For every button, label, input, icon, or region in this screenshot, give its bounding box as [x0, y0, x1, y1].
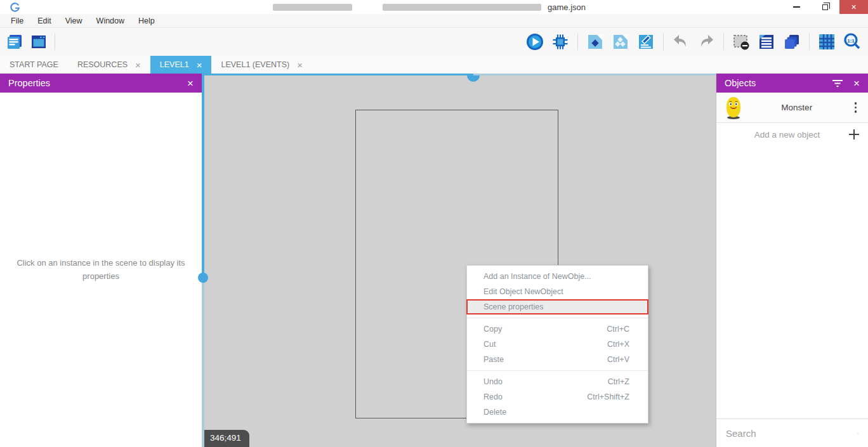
cursor-coordinates-badge: 346;491: [204, 430, 249, 447]
menu-item-shortcut: Ctrl+X: [607, 340, 629, 349]
project-manager-icon: [5, 32, 24, 51]
menu-item-label: Add an Instance of NewObje...: [483, 272, 591, 281]
render-mask-button[interactable]: [730, 31, 752, 53]
menu-view[interactable]: View: [58, 14, 89, 27]
close-icon[interactable]: ×: [187, 78, 194, 89]
context-menu-item-scene-properties[interactable]: Scene properties: [466, 299, 648, 314]
menu-edit[interactable]: Edit: [30, 14, 58, 27]
preview-play-button[interactable]: [524, 31, 546, 53]
toolbar-separator: [55, 34, 55, 50]
tab-level1[interactable]: LEVEL1 ×: [150, 56, 212, 74]
object-groups-editor-button[interactable]: [610, 31, 631, 53]
tab-start-page[interactable]: START PAGE: [0, 56, 68, 74]
menu-separator: [467, 370, 648, 371]
context-menu-item-delete[interactable]: Delete: [467, 405, 648, 420]
restore-icon: [822, 4, 828, 10]
objects-panel-header: Objects ×: [716, 74, 868, 93]
toolbar-separator: [577, 34, 578, 50]
minimize-button[interactable]: [782, 0, 811, 14]
canvas-top-divider-light: [473, 74, 716, 75]
toolbar: 1:1: [0, 28, 868, 56]
tab-label: LEVEL1 (EVENTS): [221, 60, 289, 69]
redo-button[interactable]: [695, 31, 717, 53]
instances-list-icon: [757, 32, 776, 51]
menu-item-label: Copy: [483, 325, 502, 334]
menu-item-shortcut: Ctrl+Z: [608, 377, 629, 386]
add-object-row[interactable]: Add a new object: [716, 123, 868, 146]
toolbar-separator: [809, 34, 810, 50]
menu-item-label: Scene properties: [483, 302, 544, 311]
context-menu-item-edit-object[interactable]: Edit Object NewObject: [467, 284, 648, 299]
layers-icon: [782, 32, 801, 51]
properties-empty-state: Click on an instance in the scene to dis…: [0, 93, 202, 447]
menu-item-label: Redo: [483, 392, 503, 401]
menu-file[interactable]: File: [4, 14, 30, 27]
toolbar-left-group: [0, 31, 58, 53]
monster-object-thumbnail: [724, 96, 743, 120]
add-object-label: Add a new object: [725, 130, 849, 139]
scene-properties-edit-button[interactable]: [635, 31, 657, 53]
canvas-resize-handle[interactable]: [467, 75, 480, 82]
grid-toggle-button[interactable]: [816, 31, 838, 53]
menu-item-label: Cut: [483, 340, 496, 349]
minimize-icon: [793, 6, 800, 8]
tab-close-icon[interactable]: ×: [135, 60, 141, 70]
layers-editor-button[interactable]: [781, 31, 803, 53]
undo-icon: [672, 33, 690, 51]
object-page-icon: [586, 32, 605, 51]
menu-item-shortcut: Ctrl+V: [607, 355, 629, 364]
menu-help[interactable]: Help: [131, 14, 162, 27]
context-menu-item-paste[interactable]: Paste Ctrl+V: [467, 352, 648, 367]
menu-window[interactable]: Window: [89, 14, 131, 27]
search-input[interactable]: [726, 428, 852, 439]
main-area: Properties × Click on an instance in the…: [0, 74, 868, 447]
tab-close-icon[interactable]: ×: [297, 60, 303, 70]
context-menu-item-add-instance[interactable]: Add an Instance of NewObje...: [467, 269, 648, 284]
canvas-top-divider[interactable]: [204, 74, 473, 75]
panel-resize-handle[interactable]: [198, 273, 208, 283]
menu-item-label: Undo: [483, 377, 503, 386]
window-title-filename: game.json: [548, 3, 586, 12]
tab-close-icon[interactable]: ×: [197, 60, 202, 70]
properties-panel: Properties × Click on an instance in the…: [0, 74, 202, 447]
context-menu-item-cut[interactable]: Cut Ctrl+X: [467, 337, 648, 352]
tab-label: RESOURCES: [77, 60, 128, 69]
undo-button[interactable]: [670, 31, 692, 53]
objects-editor-button[interactable]: [584, 31, 606, 53]
instances-list-button[interactable]: [756, 31, 777, 53]
close-button[interactable]: ×: [839, 0, 868, 14]
restore-button[interactable]: [811, 0, 839, 14]
zoom-1-1-icon: 1:1: [843, 32, 862, 51]
objects-search-bar: [716, 418, 868, 447]
debugger-button[interactable]: [549, 31, 571, 53]
context-menu: Add an Instance of NewObje... Edit Objec…: [466, 265, 648, 424]
toolbar-right-group: 1:1: [524, 31, 868, 53]
menu-item-label: Delete: [483, 408, 506, 417]
object-list-item-monster[interactable]: Monster: [716, 93, 868, 123]
objects-panel-title: Objects: [725, 78, 756, 88]
objects-list-empty-space: [716, 146, 868, 418]
bug-icon: [551, 32, 570, 51]
zoom-original-button[interactable]: 1:1: [841, 31, 863, 53]
plus-icon[interactable]: [849, 129, 859, 139]
start-page-button[interactable]: [28, 31, 49, 53]
menu-separator: [467, 318, 648, 318]
context-menu-item-redo[interactable]: Redo Ctrl+Shift+Z: [467, 389, 648, 405]
toolbar-separator: [663, 34, 664, 50]
context-menu-item-undo[interactable]: Undo Ctrl+Z: [467, 374, 648, 389]
context-menu-item-copy[interactable]: Copy Ctrl+C: [467, 321, 648, 337]
scene-editor-canvas[interactable]: Add an Instance of NewObje... Edit Objec…: [204, 74, 716, 447]
menu-item-shortcut: Ctrl+C: [607, 325, 629, 334]
tab-level1-events[interactable]: LEVEL1 (EVENTS) ×: [211, 56, 312, 74]
redo-icon: [697, 33, 715, 51]
project-manager-button[interactable]: [4, 31, 25, 53]
tab-resources[interactable]: RESOURCES ×: [68, 56, 150, 74]
search-icon[interactable]: [857, 427, 858, 439]
objects-panel: Objects × Monster Add a new object: [716, 74, 868, 447]
filter-icon[interactable]: [832, 79, 843, 87]
close-icon[interactable]: ×: [853, 78, 860, 89]
window-title: game.json: [273, 0, 586, 14]
svg-text:1:1: 1:1: [847, 38, 855, 44]
object-options-kebab-icon[interactable]: [851, 101, 861, 114]
properties-panel-header: Properties ×: [0, 74, 202, 93]
